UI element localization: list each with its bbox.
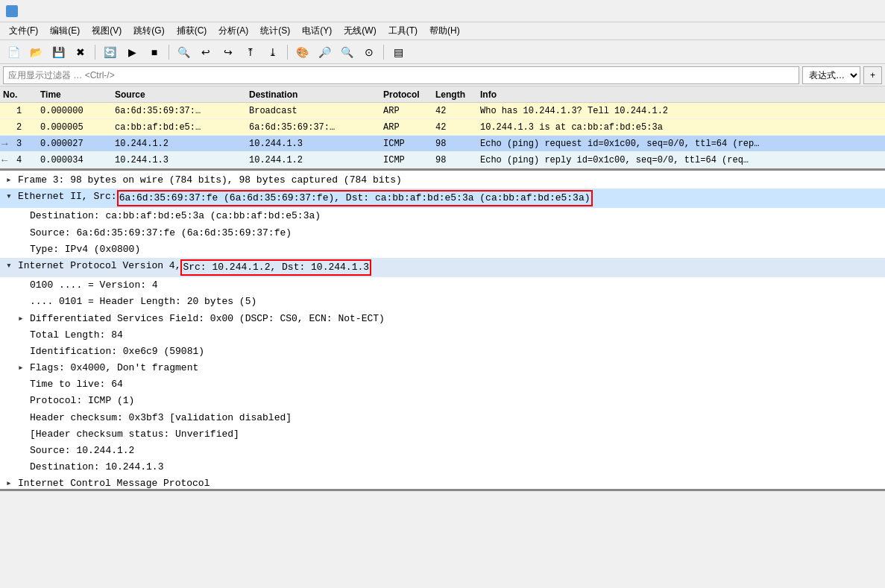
title-bar: [0, 0, 885, 22]
close-button[interactable]: [845, 0, 879, 22]
row-src: 10.244.1.2: [112, 139, 246, 149]
separator-4: [383, 45, 384, 60]
separator-3: [287, 45, 288, 60]
menu-tools[interactable]: 工具(T): [382, 23, 423, 39]
detail-label: Destination: ca:bb:af:bd:e5:3a (ca:bb:af…: [30, 209, 321, 223]
row-dst: 10.244.1.3: [246, 139, 380, 149]
toolbar-prev[interactable]: ↪: [218, 42, 239, 62]
col-header-dst: Destination: [246, 89, 380, 100]
detail-line[interactable]: ▸Frame 3: 98 bytes on wire (784 bits), 9…: [0, 172, 885, 189]
toolbar-reload[interactable]: 🔄: [99, 42, 120, 62]
menu-edit[interactable]: 编辑(E): [44, 23, 86, 39]
row-proto: ARP: [380, 122, 432, 133]
detail-label: Type: IPv4 (0x0800): [30, 243, 140, 256]
row-len: 42: [432, 106, 477, 116]
row-info: 10.244.1.3 is at ca:bb:af:bd:e5:3a: [477, 122, 885, 133]
menu-wireless[interactable]: 无线(W): [338, 23, 382, 39]
detail-line[interactable]: 0100 .... = Version: 4: [0, 277, 885, 294]
filter-input-wrapper[interactable]: [3, 66, 799, 84]
separator-2: [169, 45, 169, 60]
row-arrow-icon: ←: [0, 154, 13, 166]
filter-add-button[interactable]: +: [863, 66, 882, 84]
toolbar-start[interactable]: ▶: [122, 42, 142, 62]
toolbar-scroll-down[interactable]: ⤓: [262, 42, 283, 62]
packet-row[interactable]: 20.000005ca:bb:af:bd:e5:…6a:6d:35:69:37:…: [0, 119, 885, 136]
packet-row[interactable]: →30.00002710.244.1.210.244.1.3ICMP98Echo…: [0, 136, 885, 152]
detail-line[interactable]: Protocol: ICMP (1): [0, 393, 885, 409]
title-bar-controls: [773, 0, 879, 22]
detail-label: Differentiated Services Field: 0x00 (DSC…: [30, 312, 385, 326]
detail-line[interactable]: ▸Flags: 0x4000, Don't fragment: [0, 360, 885, 376]
menu-analyze[interactable]: 分析(A): [212, 23, 254, 39]
detail-line[interactable]: Identification: 0xe6c9 (59081): [0, 344, 885, 360]
detail-label: Total Length: 84: [30, 329, 123, 342]
row-info: Echo (ping) reply id=0x1c00, seq=0/0, tt…: [477, 155, 885, 165]
col-header-proto: Protocol: [380, 89, 432, 100]
filter-input[interactable]: [8, 70, 794, 80]
maximize-button[interactable]: [809, 0, 843, 22]
detail-label: Protocol: ICMP (1): [30, 394, 134, 408]
packet-rows: 10.0000006a:6d:35:69:37:…BroadcastARP42W…: [0, 103, 885, 168]
menu-file[interactable]: 文件(F): [3, 23, 44, 39]
menu-jump[interactable]: 跳转(G): [127, 23, 170, 39]
detail-line[interactable]: Destination: ca:bb:af:bd:e5:3a (ca:bb:af…: [0, 208, 885, 224]
expand-arrow-icon: ▾: [6, 259, 15, 273]
detail-line[interactable]: ▸Internet Control Message Protocol: [0, 475, 885, 491]
expand-arrow-icon: ▾: [6, 190, 15, 203]
detail-label: Source: 10.244.1.2: [30, 444, 134, 458]
row-len: 98: [432, 155, 477, 165]
detail-label: .... 0101 = Header Length: 20 bytes (5): [30, 295, 256, 309]
row-dst: Broadcast: [246, 106, 380, 116]
detail-line[interactable]: Destination: 10.244.1.3: [0, 459, 885, 475]
detail-line[interactable]: [Header checksum status: Unverified]: [0, 426, 885, 443]
detail-line[interactable]: Time to live: 64: [0, 376, 885, 393]
col-header-src: Source: [112, 89, 246, 100]
toolbar: 📄 📂 💾 ✖ 🔄 ▶ ■ 🔍 ↩ ↪ ⤒ ⤓ 🎨 🔎 🔍 ⊙ ▤: [0, 40, 885, 64]
toolbar-zoom-out[interactable]: 🔍: [336, 42, 357, 62]
toolbar-save[interactable]: 💾: [48, 42, 69, 62]
toolbar-search[interactable]: 🔍: [173, 42, 194, 62]
toolbar-scroll-up[interactable]: ⤒: [240, 42, 261, 62]
row-time: 0.000027: [37, 139, 112, 149]
detail-line[interactable]: Header checksum: 0x3bf3 [validation disa…: [0, 410, 885, 426]
detail-line[interactable]: ▾Internet Protocol Version 4, Src: 10.24…: [0, 258, 885, 277]
detail-line[interactable]: .... 0101 = Header Length: 20 bytes (5): [0, 294, 885, 310]
toolbar-goto[interactable]: ↩: [195, 42, 216, 62]
col-header-len: Length: [432, 89, 477, 100]
row-len: 42: [432, 122, 477, 133]
minimize-button[interactable]: [773, 0, 807, 22]
detail-line[interactable]: Total Length: 84: [0, 327, 885, 344]
row-no: 2: [13, 122, 37, 133]
packet-row[interactable]: 10.0000006a:6d:35:69:37:…BroadcastARP42W…: [0, 103, 885, 119]
packet-row[interactable]: ←40.00003410.244.1.310.244.1.2ICMP98Echo…: [0, 152, 885, 168]
menu-phone[interactable]: 电话(Y): [296, 23, 338, 39]
detail-line[interactable]: Source: 10.244.1.2: [0, 443, 885, 459]
row-arrow-icon: →: [0, 138, 13, 150]
toolbar-new[interactable]: 📄: [3, 42, 24, 62]
toolbar-zoom-reset[interactable]: ⊙: [359, 42, 379, 62]
row-dst: 6a:6d:35:69:37:…: [246, 122, 380, 133]
detail-line[interactable]: Type: IPv4 (0x0800): [0, 241, 885, 258]
menu-view[interactable]: 视图(V): [86, 23, 127, 39]
filter-dropdown[interactable]: 表达式…: [802, 66, 860, 84]
detail-line[interactable]: Source: 6a:6d:35:69:37:fe (6a:6d:35:69:3…: [0, 225, 885, 241]
detail-label: Source: 6a:6d:35:69:37:fe (6a:6d:35:69:3…: [30, 227, 292, 240]
row-info: Who has 10.244.1.3? Tell 10.244.1.2: [477, 106, 885, 116]
menu-capture[interactable]: 捕获(C): [171, 23, 213, 39]
toolbar-colorize[interactable]: 🎨: [292, 42, 312, 62]
toolbar-open[interactable]: 📂: [25, 42, 46, 62]
menu-help[interactable]: 帮助(H): [423, 23, 466, 39]
detail-line[interactable]: ▾Ethernet II, Src: 6a:6d:35:69:37:fe (6a…: [0, 189, 885, 208]
detail-line[interactable]: ▸Differentiated Services Field: 0x00 (DS…: [0, 311, 885, 327]
detail-label: Frame 3: 98 bytes on wire (784 bits), 98…: [18, 174, 402, 187]
toolbar-pane[interactable]: ▤: [388, 42, 409, 62]
toolbar-stop[interactable]: ■: [144, 42, 165, 62]
detail-sections: ▸Frame 3: 98 bytes on wire (784 bits), 9…: [0, 172, 885, 491]
toolbar-close[interactable]: ✖: [70, 42, 91, 62]
menu-stats[interactable]: 统计(S): [254, 23, 296, 39]
row-len: 98: [432, 139, 477, 149]
toolbar-zoom-in[interactable]: 🔎: [314, 42, 335, 62]
title-bar-left: [6, 5, 24, 17]
row-no: 4: [13, 155, 37, 165]
detail-label: Identification: 0xe6c9 (59081): [30, 345, 204, 358]
